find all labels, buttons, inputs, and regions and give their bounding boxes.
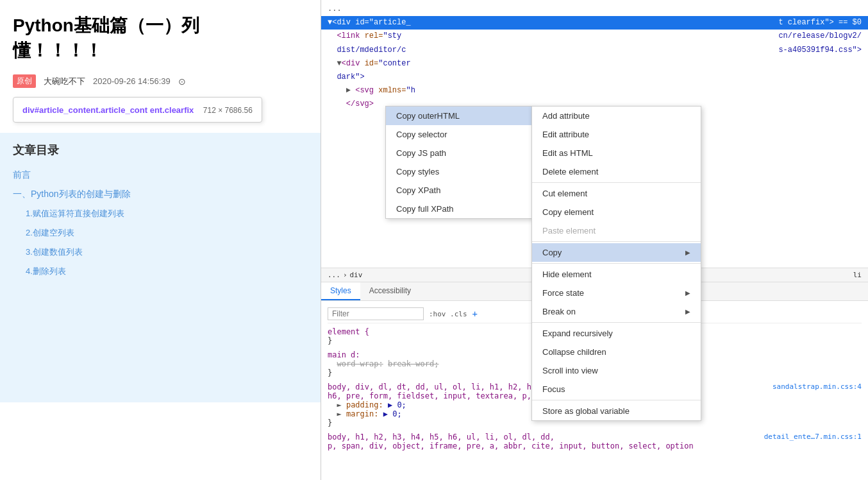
menu-item-copy-outerhtml[interactable]: Copy outerHTML <box>386 107 532 125</box>
toc-item-1-2[interactable]: 2.创建空列表 <box>13 223 308 243</box>
tab-styles[interactable]: Styles <box>321 282 360 300</box>
element-size: 712 × 7686.56 <box>203 106 253 115</box>
menu-item-copy-xpath[interactable]: Copy XPath <box>386 181 532 200</box>
filter-input[interactable] <box>328 307 424 320</box>
menu-item-edit-as-html[interactable]: Edit as HTML <box>532 144 701 162</box>
break-on-arrow: ▶ <box>685 308 690 315</box>
tab-accessibility[interactable]: Accessibility <box>360 282 420 300</box>
dom-line-dark[interactable]: dark"> <box>321 71 868 84</box>
toc-title: 文章目录 <box>13 142 308 158</box>
toc-item-1-4[interactable]: 4.删除列表 <box>13 262 308 281</box>
toc-item-1-1[interactable]: 1.赋值运算符直接创建列表 <box>13 204 308 223</box>
dom-line-div-content[interactable]: ▼<div id="conter <box>321 57 868 71</box>
dom-line-dist[interactable]: dist/mdeditor/cs-a405391f94.css"> <box>321 44 868 57</box>
css-rule-body2: detail_ente…7.min.css:1 body, h1, h2, h3… <box>328 433 862 450</box>
toc-item-1[interactable]: 一、Python列表的创建与删除 <box>13 185 308 204</box>
context-menu-main: Add attribute Edit attribute Edit as HTM… <box>531 106 701 421</box>
dom-line-svg[interactable]: ► <svg xmlns="h <box>321 84 868 98</box>
menu-item-copy-full-xpath[interactable]: Copy full XPath <box>386 200 532 218</box>
menu-separator-2 <box>532 241 701 242</box>
breadcrumb-li[interactable]: li <box>853 271 862 279</box>
menu-separator-4 <box>532 322 701 323</box>
menu-item-collapse-children[interactable]: Collapse children <box>532 343 701 361</box>
devtools-panel: ... ▼<div id="article_t clearfix"> == $0… <box>321 0 868 480</box>
context-menu-copy-submenu: Copy outerHTML Copy selector Copy JS pat… <box>385 106 533 219</box>
menu-item-copy-styles[interactable]: Copy styles <box>386 162 532 181</box>
article-meta: 原创 大碗吃不下 2020-09-26 14:56:39 ⊙ <box>0 69 321 93</box>
menu-item-delete-element[interactable]: Delete element <box>532 162 701 181</box>
menu-item-expand-recursively[interactable]: Expand recursively <box>532 324 701 343</box>
add-style-button[interactable]: + <box>472 309 478 319</box>
original-tag: 原创 <box>13 74 36 88</box>
menu-item-hide-element[interactable]: Hide element <box>532 265 701 284</box>
force-state-arrow: ▶ <box>685 289 690 296</box>
menu-separator-5 <box>532 400 701 400</box>
menu-item-copy-selector[interactable]: Copy selector <box>386 125 532 144</box>
menu-item-cut-element[interactable]: Cut element <box>532 184 701 203</box>
menu-item-copy[interactable]: Copy ▶ <box>532 243 701 262</box>
element-selector-text: div#article_content.article_cont ent.cle… <box>22 105 194 115</box>
menu-separator-3 <box>532 263 701 264</box>
dom-line-article[interactable]: ▼<div id="article_t clearfix"> == $0 <box>321 16 868 30</box>
toc-item-1-3[interactable]: 3.创建数值列表 <box>13 243 308 262</box>
menu-item-add-attribute[interactable]: Add attribute <box>532 107 701 125</box>
menu-item-paste-element[interactable]: Paste element <box>532 221 701 240</box>
hov-cls-text[interactable]: :hov .cls <box>429 310 467 318</box>
menu-separator-1 <box>532 182 701 183</box>
left-panel: Python基础篇（一）列 懂！！！！ 原创 大碗吃不下 2020-09-26 … <box>0 0 321 480</box>
toc-item-qianyan[interactable]: 前言 <box>13 166 308 185</box>
menu-item-scroll-into-view[interactable]: Scroll into view <box>532 361 701 380</box>
copy-submenu-arrow: ▶ <box>685 249 690 256</box>
element-tooltip: div#article_content.article_cont ent.cle… <box>13 97 262 123</box>
author: 大碗吃不下 <box>44 76 85 87</box>
menu-item-copy-element[interactable]: Copy element <box>532 203 701 221</box>
view-icon: ⊙ <box>178 76 186 87</box>
toc-section: 文章目录 前言 一、Python列表的创建与删除 1.赋值运算符直接创建列表 2… <box>0 133 321 402</box>
menu-item-copy-js-path[interactable]: Copy JS path <box>386 144 532 162</box>
menu-item-edit-attribute[interactable]: Edit attribute <box>532 125 701 144</box>
dom-line-dots[interactable]: ... <box>321 3 868 16</box>
menu-item-focus[interactable]: Focus <box>532 380 701 399</box>
publish-date: 2020-09-26 14:56:39 <box>93 76 171 86</box>
menu-item-store-global[interactable]: Store as global variable <box>532 402 701 420</box>
article-title: Python基础篇（一）列 懂！！！！ <box>0 0 321 69</box>
menu-item-force-state[interactable]: Force state ▶ <box>532 284 701 302</box>
dom-line-link[interactable]: <link rel="stycn/release/blogv2/ <box>321 30 868 43</box>
menu-item-break-on[interactable]: Break on ▶ <box>532 302 701 321</box>
